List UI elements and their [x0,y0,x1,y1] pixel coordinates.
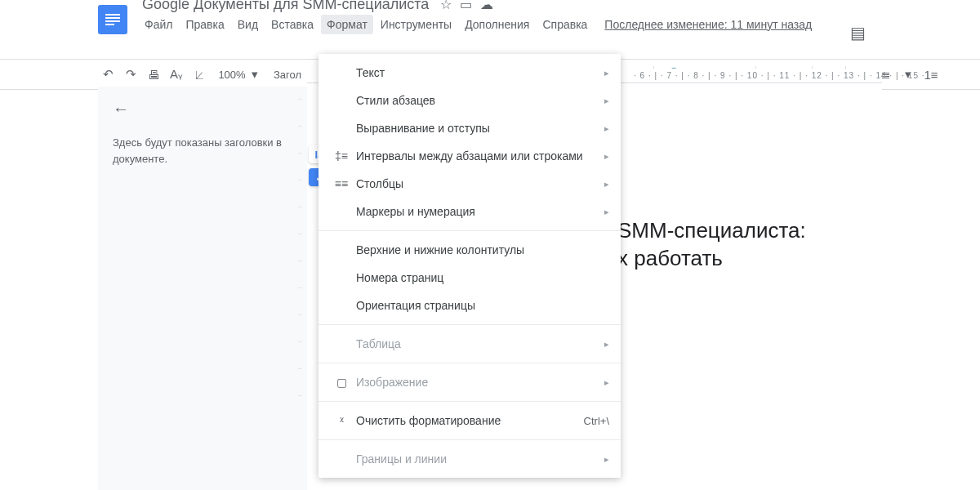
menu-divider [318,230,621,231]
line-spacing-icon: ‡≡ [332,149,351,163]
docs-app-icon[interactable] [98,5,127,34]
menuitem-image: ▢Изображение▸ [318,368,621,396]
menuitem-borders-lines: Границы и линии▸ [318,445,621,473]
submenu-arrow-icon: ▸ [604,377,609,388]
menu-insert[interactable]: Вставка [265,15,319,34]
paint-format-button[interactable]: ⟀ [189,65,209,84]
submenu-arrow-icon: ▸ [604,454,609,465]
menuitem-line-spacing[interactable]: ‡≡Интервалы между абзацами или строками▸ [318,142,621,170]
menu-file[interactable]: Файл [139,15,178,34]
menuitem-table: Таблица▸ [318,330,621,358]
menu-divider [318,324,621,325]
undo-button[interactable]: ↶ [98,65,118,84]
zoom-caret-icon[interactable]: ▾ [245,65,265,84]
menuitem-columns[interactable]: ≡≡Столбцы▸ [318,170,621,198]
menu-view[interactable]: Вид [232,15,264,34]
outline-panel: ← Здесь будут показаны заголовки в докум… [98,87,302,490]
menuitem-page-orientation[interactable]: Ориентация страницы [318,292,621,319]
menu-format[interactable]: Формат [321,15,373,34]
open-comments-icon[interactable]: ▤ [850,23,866,42]
submenu-arrow-icon: ▸ [604,339,609,350]
submenu-arrow-icon: ▸ [604,68,609,78]
outline-back-icon[interactable]: ← [113,100,287,118]
shortcut-text: Ctrl+\ [584,415,609,427]
spellcheck-button[interactable]: Aᵧ [167,65,186,84]
menu-divider [318,363,621,363]
menu-help[interactable]: Справка [537,15,593,34]
menuitem-clear-formatting[interactable]: ᵡОчистить форматированиеCtrl+\ [318,407,621,434]
document-title[interactable]: Google Документы для SMM-специалиста [139,0,432,13]
menuitem-headers-footers[interactable]: Верхние и нижние колонтитулы [318,236,621,264]
zoom-select[interactable]: 100% [222,65,242,84]
submenu-arrow-icon: ▸ [604,207,609,217]
redo-button[interactable]: ↷ [121,65,140,84]
menuitem-text[interactable]: Текст▸ [318,59,621,87]
menu-tools[interactable]: Инструменты [375,15,457,34]
title-bar: Google Документы для SMM-специалиста ☆ ▭… [98,0,882,26]
document-heading-line1[interactable]: SMM-специалиста: [617,217,849,245]
submenu-arrow-icon: ▸ [604,151,609,162]
move-icon[interactable]: ▭ [460,0,472,12]
menuitem-page-numbers[interactable]: Номера страниц [318,264,621,292]
menu-addons[interactable]: Дополнения [459,15,535,34]
submenu-arrow-icon: ▸ [604,96,609,106]
submenu-arrow-icon: ▸ [604,123,609,134]
format-menu-dropdown: Текст▸ Стили абзацев▸ Выравнивание и отс… [318,54,621,478]
image-icon: ▢ [332,376,351,389]
menubar: Файл Правка Вид Вставка Формат Инструмен… [139,13,812,36]
vertical-ruler: –––––––––––– [296,87,304,490]
last-edit-link[interactable]: Последнее изменение: 11 минут назад [604,18,812,31]
submenu-arrow-icon: ▸ [604,179,609,189]
columns-icon: ≡≡ [332,177,351,190]
menu-divider [318,401,621,402]
paragraph-style-select[interactable]: Загол [278,65,297,84]
menuitem-paragraph-styles[interactable]: Стили абзацев▸ [318,87,621,114]
outline-empty-text: Здесь будут показаны заголовки в докумен… [113,135,287,167]
menu-divider [318,439,621,440]
menuitem-align-indent[interactable]: Выравнивание и отступы▸ [318,114,621,142]
clear-format-icon: ᵡ [332,414,351,427]
star-icon[interactable]: ☆ [440,0,452,12]
document-heading-line2[interactable]: х работать [617,245,849,273]
print-button[interactable]: 🖶 [144,65,163,84]
menu-edit[interactable]: Правка [180,15,229,34]
cloud-status-icon[interactable]: ☁ [480,0,493,12]
menuitem-bullets-numbering[interactable]: Маркеры и нумерация▸ [318,198,621,225]
